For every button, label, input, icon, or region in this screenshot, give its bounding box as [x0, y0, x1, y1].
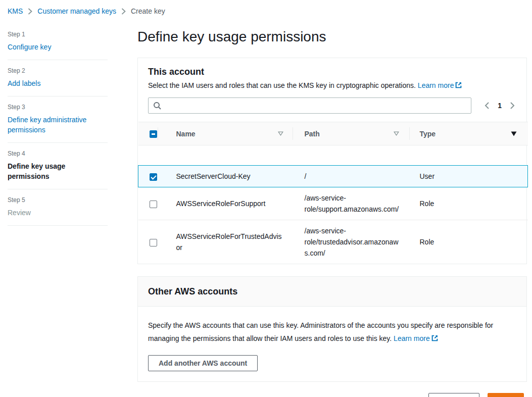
external-link-icon	[455, 82, 462, 88]
column-type-label: Type	[420, 130, 436, 138]
learn-more-label: Learn more	[418, 81, 454, 89]
sort-icon[interactable]	[394, 131, 399, 136]
step-item-step-2: Step 2Add labels	[8, 60, 108, 96]
row-checkbox-cell	[138, 166, 158, 187]
cell-name: SecretServerCloud-Key	[158, 166, 293, 187]
other-accounts-description-text: Specify the AWS accounts that can use th…	[148, 321, 493, 342]
wizard-footer: Cancel Previous Next	[137, 393, 527, 397]
cell-name: AWSServiceRoleForTrustedAdvisor	[158, 220, 293, 264]
chevron-right-icon	[28, 8, 32, 15]
cell-path: /aws-service-role/support.amazonaws.com/	[293, 187, 409, 220]
column-header-name[interactable]: Name	[158, 122, 293, 145]
other-accounts-header: Other AWS accounts	[138, 277, 526, 307]
step-number: Step 2	[8, 67, 108, 74]
steps-nav: Step 1Configure keyStep 2Add labelsStep …	[8, 25, 108, 226]
table-toolbar: 1	[138, 97, 526, 122]
next-button[interactable]: Next	[488, 393, 524, 397]
this-account-header: This account Select the IAM users and ro…	[138, 58, 526, 97]
row-checkbox[interactable]	[150, 173, 157, 181]
cancel-button[interactable]: Cancel	[384, 394, 417, 397]
step-item-step-1: Step 1Configure key	[8, 25, 108, 60]
breadcrumb-item-kms[interactable]: KMS	[8, 7, 23, 15]
other-accounts-title: Other AWS accounts	[148, 286, 516, 297]
table-body: SecretServerCloud-Key/UserAWSServiceRole…	[138, 145, 528, 264]
step-item-step-4: Step 4Define key usage permissions	[8, 143, 108, 189]
external-link-icon	[431, 335, 438, 341]
other-accounts-body: Specify the AWS accounts that can use th…	[138, 307, 526, 381]
main-content: Define key usage permissions This accoun…	[137, 23, 527, 397]
cell-path: /	[293, 166, 409, 187]
select-all-checkbox[interactable]	[150, 130, 157, 138]
column-header-type[interactable]: Type	[409, 122, 528, 145]
this-account-title: This account	[148, 66, 516, 77]
cell-type: User	[409, 166, 528, 187]
step-link-review: Review	[8, 208, 108, 218]
chevron-left-icon	[484, 102, 490, 110]
previous-button[interactable]: Previous	[428, 393, 479, 397]
column-header-path[interactable]: Path	[293, 122, 409, 145]
cell-name: AWSServiceRoleForSupport	[158, 187, 293, 220]
breadcrumb-item-create-key: Create key	[131, 7, 165, 15]
step-number: Step 1	[8, 31, 108, 38]
step-number: Step 3	[8, 104, 108, 111]
table-row[interactable]: SecretServerCloud-Key/User	[138, 166, 528, 187]
iam-entities-table: Name Path Type SecretServerCloud-Key/Use…	[138, 122, 528, 264]
table-row[interactable]: AWSServiceRoleForTrustedAdvisor/aws-serv…	[138, 220, 528, 264]
cell-path: /aws-service-role/trustedadvisor.amazona…	[293, 220, 409, 264]
step-link-add-labels[interactable]: Add labels	[8, 78, 108, 88]
this-account-description: Select the IAM users and roles that can …	[148, 80, 516, 90]
step-link-define-key-usage-permissions: Define key usage permissions	[8, 161, 108, 181]
cell-type: Role	[409, 220, 528, 264]
step-link-define-key-administrative-permissions[interactable]: Define key administrative permissions	[8, 115, 108, 135]
add-another-aws-account-button[interactable]: Add another AWS account	[148, 355, 258, 371]
row-checkbox[interactable]	[150, 239, 157, 246]
step-item-step-3: Step 3Define key administrative permissi…	[8, 96, 108, 143]
empty-row	[138, 145, 528, 166]
row-checkbox-cell	[138, 220, 158, 264]
current-page-number[interactable]: 1	[498, 102, 502, 110]
this-account-card: This account Select the IAM users and ro…	[137, 58, 527, 264]
table-header-row: Name Path Type	[138, 122, 528, 145]
learn-more-label: Learn more	[394, 334, 430, 342]
other-accounts-card: Other AWS accounts Specify the AWS accou…	[137, 276, 527, 382]
row-checkbox-cell	[138, 187, 158, 220]
previous-page-button[interactable]	[484, 101, 490, 111]
this-account-description-text: Select the IAM users and roles that can …	[148, 81, 416, 89]
page-title: Define key usage permissions	[137, 28, 527, 45]
row-checkbox[interactable]	[150, 201, 157, 208]
step-number: Step 4	[8, 150, 108, 157]
cell-type: Role	[409, 187, 528, 220]
chevron-right-icon	[121, 8, 126, 15]
pagination: 1	[484, 101, 516, 111]
next-page-button[interactable]	[509, 101, 515, 111]
filter-icon[interactable]	[511, 131, 517, 136]
other-accounts-description: Specify the AWS accounts that can use th…	[148, 319, 516, 345]
column-path-label: Path	[305, 130, 320, 138]
page-layout: Step 1Configure keyStep 2Add labelsStep …	[0, 15, 532, 397]
learn-more-link[interactable]: Learn more	[418, 81, 462, 89]
table-row[interactable]: AWSServiceRoleForSupport/aws-service-rol…	[138, 187, 528, 220]
header-checkbox-cell	[138, 122, 158, 145]
breadcrumb-item-customer-managed-keys[interactable]: Customer managed keys	[37, 7, 116, 15]
column-name-label: Name	[176, 130, 196, 138]
search-input[interactable]	[148, 97, 471, 114]
learn-more-link[interactable]: Learn more	[394, 334, 438, 342]
breadcrumb: KMSCustomer managed keysCreate key	[0, 0, 532, 15]
chevron-right-icon	[509, 102, 515, 110]
sort-icon[interactable]	[278, 131, 283, 136]
step-link-configure-key[interactable]: Configure key	[8, 42, 108, 52]
step-item-step-5: Step 5Review	[8, 189, 108, 226]
search-box	[148, 97, 471, 114]
step-number: Step 5	[8, 196, 108, 204]
